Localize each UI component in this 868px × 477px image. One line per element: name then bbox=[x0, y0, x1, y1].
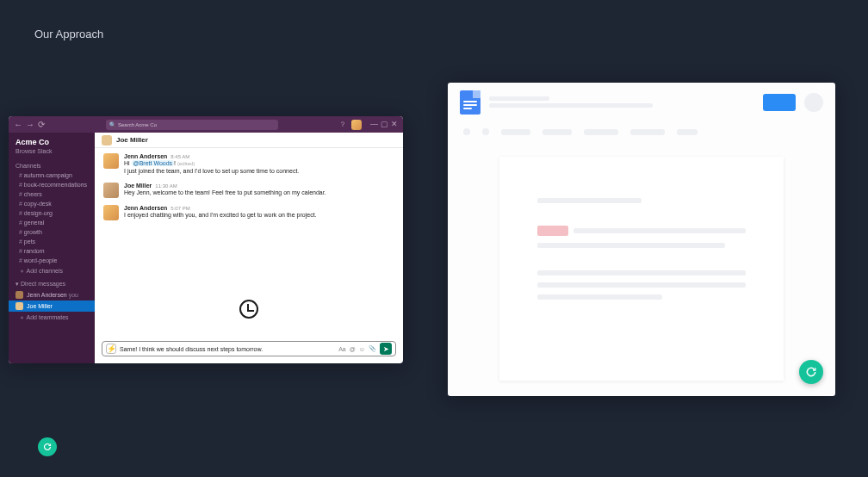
message: Jenn Andersen8:45 AMHi @Brett Woods! (ed… bbox=[103, 153, 394, 176]
add-teammates[interactable]: ＋ Add teammates bbox=[9, 312, 95, 324]
docs-page[interactable] bbox=[499, 157, 784, 381]
message-text: Hey Jenn, welcome to the team! Feel free… bbox=[124, 189, 326, 196]
channel-cheers[interactable]: cheers bbox=[9, 189, 95, 199]
channel-autumn-campaign[interactable]: autumn-campaign bbox=[9, 170, 95, 180]
doc-text-line bbox=[537, 282, 746, 288]
docs-window bbox=[448, 83, 835, 396]
channel-pets[interactable]: pets bbox=[9, 237, 95, 246]
docs-toolbar bbox=[448, 121, 835, 142]
attach-button[interactable]: ⚡ bbox=[106, 344, 116, 354]
paperclip-icon[interactable]: 📎 bbox=[369, 345, 376, 352]
doc-text-line bbox=[537, 198, 642, 203]
page-title: Our Approach bbox=[34, 28, 103, 40]
docs-header bbox=[448, 83, 835, 121]
add-channels[interactable]: ＋ Add channels bbox=[9, 265, 95, 277]
history-icon[interactable]: ⟳ bbox=[38, 120, 45, 129]
back-icon[interactable]: ← bbox=[14, 120, 22, 129]
doc-text-line bbox=[537, 294, 662, 300]
user-avatar[interactable] bbox=[351, 120, 362, 130]
toolbar-item[interactable] bbox=[677, 129, 698, 135]
minimize-button[interactable]: — bbox=[370, 121, 377, 128]
docs-title-skeleton bbox=[489, 94, 754, 110]
close-button[interactable]: ✕ bbox=[391, 121, 398, 128]
slack-sidebar: Acme Co Browse Slack Channels autumn-cam… bbox=[9, 133, 95, 363]
dm-avatar bbox=[16, 302, 23, 310]
message-list: Jenn Andersen8:45 AMHi @Brett Woods! (ed… bbox=[95, 148, 403, 336]
grammarly-corner-icon[interactable] bbox=[38, 437, 57, 456]
doc-text-line bbox=[537, 243, 725, 248]
message: Jenn Andersen5:07 PMI enjoyed chatting w… bbox=[103, 205, 394, 220]
share-button[interactable] bbox=[763, 94, 796, 111]
toolbar-item[interactable] bbox=[584, 129, 618, 135]
channel-header: Joe Miller bbox=[95, 133, 403, 148]
search-icon: 🔍 bbox=[109, 121, 115, 127]
message-avatar bbox=[103, 183, 119, 198]
message-author: Jenn Andersen bbox=[124, 153, 167, 159]
loading-clock-icon bbox=[239, 300, 258, 319]
slack-window: ← → ⟳ 🔍 Search Acme Co ？ — ▢ ✕ Acme Co B… bbox=[9, 116, 403, 363]
message-avatar bbox=[103, 205, 119, 220]
slack-titlebar: ← → ⟳ 🔍 Search Acme Co ？ — ▢ ✕ bbox=[9, 116, 403, 133]
message: Joe Miller11:30 AMHey Jenn, welcome to t… bbox=[103, 183, 394, 198]
message-avatar bbox=[103, 153, 119, 169]
channel-name: Joe Miller bbox=[116, 136, 148, 144]
channel-random[interactable]: random bbox=[9, 246, 95, 256]
maximize-button[interactable]: ▢ bbox=[381, 121, 388, 128]
doc-text-line bbox=[574, 228, 746, 233]
doc-text-line bbox=[537, 270, 746, 276]
doc-highlight bbox=[537, 226, 568, 236]
toolbar-item[interactable] bbox=[463, 128, 470, 135]
workspace-name[interactable]: Acme Co bbox=[9, 133, 95, 148]
composer-input[interactable]: ⚡ Same! I think we should discuss next s… bbox=[102, 341, 396, 356]
channel-book-recommendations[interactable]: book-recommendations bbox=[9, 180, 95, 189]
composer: ⚡ Same! I think we should discuss next s… bbox=[95, 336, 403, 363]
channel-word-people[interactable]: word-people bbox=[9, 256, 95, 265]
message-time: 5:07 PM bbox=[170, 206, 189, 211]
search-input[interactable]: 🔍 Search Acme Co bbox=[106, 120, 278, 130]
toolbar-item[interactable] bbox=[501, 129, 530, 135]
message-author: Jenn Andersen bbox=[124, 205, 167, 211]
channels-label: Channels bbox=[9, 159, 95, 170]
grammarly-icon[interactable] bbox=[799, 360, 823, 384]
nav-arrows[interactable]: ← → ⟳ bbox=[14, 120, 45, 129]
channel-avatar bbox=[102, 135, 112, 146]
send-button[interactable]: ➤ bbox=[380, 343, 392, 355]
help-icon[interactable]: ？ bbox=[339, 120, 346, 129]
user-avatar[interactable] bbox=[804, 93, 823, 112]
toolbar-item[interactable] bbox=[482, 128, 489, 135]
dm-jenn-andersen[interactable]: Jenn Andersen you bbox=[9, 289, 95, 300]
slack-main: Joe Miller Jenn Andersen8:45 AMHi @Brett… bbox=[95, 133, 403, 363]
toolbar-item[interactable] bbox=[542, 129, 572, 135]
message-author: Joe Miller bbox=[124, 183, 152, 189]
channel-design-org[interactable]: design-org bbox=[9, 208, 95, 218]
emoji-icon[interactable]: ☺ bbox=[359, 346, 365, 352]
message-time: 11:30 AM bbox=[155, 183, 177, 189]
channel-growth[interactable]: growth bbox=[9, 227, 95, 237]
window-controls: — ▢ ✕ bbox=[370, 121, 398, 128]
forward-icon[interactable]: → bbox=[26, 120, 34, 129]
docs-app-icon[interactable] bbox=[460, 90, 480, 115]
message-text: I enjoyed chatting with you, and I'm exc… bbox=[124, 211, 317, 219]
channel-general[interactable]: general bbox=[9, 218, 95, 227]
dm-label[interactable]: Direct messages bbox=[9, 277, 95, 289]
format-icon[interactable]: Aa bbox=[338, 346, 346, 352]
browse-slack[interactable]: Browse Slack bbox=[9, 148, 95, 159]
mention-icon[interactable]: @ bbox=[350, 346, 356, 352]
dm-joe-miller[interactable]: Joe Miller bbox=[9, 300, 95, 312]
message-text: Hi @Brett Woods! (edited) bbox=[124, 159, 299, 167]
message-text: I just joined the team, and I'd love to … bbox=[124, 167, 299, 175]
dm-avatar bbox=[16, 291, 23, 299]
channel-copy-desk[interactable]: copy-desk bbox=[9, 199, 95, 208]
composer-text[interactable]: Same! I think we should discuss next ste… bbox=[120, 346, 335, 352]
toolbar-item[interactable] bbox=[630, 129, 665, 135]
search-placeholder: Search Acme Co bbox=[118, 122, 157, 127]
